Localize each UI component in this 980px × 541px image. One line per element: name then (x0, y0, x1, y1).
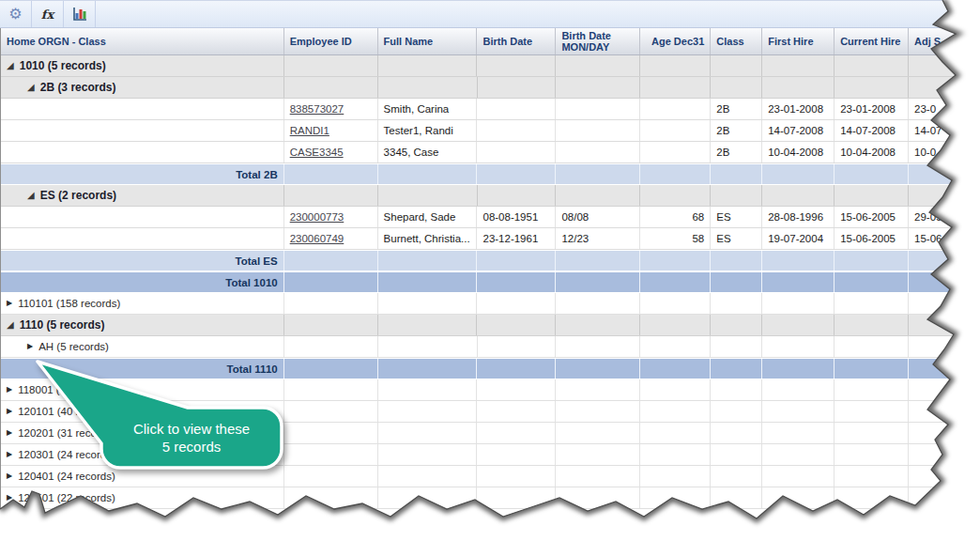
cell: Burnett, Christia... (378, 228, 478, 249)
expand-icon[interactable]: ▶ (7, 300, 12, 307)
cell (556, 185, 640, 206)
cell (284, 315, 378, 335)
cell (284, 55, 378, 76)
group-row-1010-5-records[interactable]: ◢1010 (5 records) (1, 55, 980, 77)
cell: ▶120101 (40 records) (1, 401, 284, 422)
cell: 10-0 (909, 142, 980, 162)
cell (477, 379, 556, 400)
total-row-total-1010: Total 1010 (1, 271, 980, 293)
group-label: 110101 (158 records) (18, 298, 120, 309)
bar-chart-icon (71, 7, 87, 22)
cell (762, 359, 835, 379)
employee-id-link[interactable]: 230000773 (290, 211, 345, 223)
cell (640, 359, 711, 379)
column-header-birth-date-mon-day[interactable]: Birth Date MON/DAY (556, 28, 640, 54)
cell (556, 251, 640, 270)
cell (909, 359, 980, 379)
group-row-110101-158-records[interactable]: ▶110101 (158 records) (1, 293, 980, 315)
expand-icon[interactable]: ▶ (27, 343, 33, 350)
cell (909, 315, 980, 335)
cell (378, 293, 478, 314)
formula-button[interactable]: fx (32, 1, 64, 27)
cell: 12/23 (556, 228, 640, 249)
expand-icon[interactable]: ▶ (7, 429, 12, 437)
cell: 15-06-2005 (835, 207, 909, 227)
cell: CASE3345 (284, 142, 378, 162)
column-header-current-hire[interactable]: Current Hire (835, 28, 909, 54)
group-row-120201-31-records[interactable]: ▶120201 (31 records) (1, 423, 980, 444)
toolbar: ⚙ fx (0, 0, 980, 28)
group-row-2b-3-records[interactable]: ◢2B (3 records) (1, 77, 980, 99)
employee-id-link[interactable]: CASE3345 (290, 147, 344, 158)
column-header-age-dec31[interactable]: Age Dec31 (640, 28, 711, 54)
group-label: 120301 (24 records) (18, 449, 115, 460)
cell: 838573027 (284, 99, 378, 119)
data-row: 838573027Smith, Carina2B23-01-200823-01-… (1, 99, 980, 120)
expand-icon[interactable]: ▶ (7, 451, 12, 458)
expand-icon[interactable]: ▶ (7, 408, 12, 415)
cell (284, 487, 378, 508)
cell (378, 251, 478, 270)
collapse-icon[interactable]: ◢ (27, 83, 35, 92)
total-label: Total ES (1, 251, 284, 270)
cell (556, 444, 640, 465)
expand-icon[interactable]: ▶ (7, 386, 12, 394)
cell (909, 293, 980, 314)
collapse-icon[interactable]: ◢ (7, 61, 14, 70)
collapse-icon[interactable]: ◢ (7, 320, 14, 330)
group-row-ah-5-records[interactable]: ▶AH (5 records) (1, 336, 980, 358)
cell (284, 336, 378, 357)
cell (284, 466, 378, 487)
group-row-120501-22-records[interactable]: ▶120501 (22 records) (1, 487, 980, 509)
cell (909, 379, 980, 400)
expand-icon[interactable]: ▶ (7, 494, 12, 502)
cell: Tester1, Randi (378, 120, 478, 141)
group-row-1110-5-records[interactable]: ◢1110 (5 records) (1, 315, 980, 336)
cell (477, 466, 556, 487)
column-header-adj-s[interactable]: Adj S (909, 28, 980, 54)
group-row-118001-18-records[interactable]: ▶118001 (18 records) (1, 379, 980, 401)
total-label: Total 2B (1, 164, 284, 184)
employee-id-link[interactable]: 230060749 (290, 233, 345, 244)
cell (762, 251, 835, 270)
group-row-es-2-records[interactable]: ◢ES (2 records) (1, 185, 980, 207)
cell (378, 336, 478, 357)
column-header-first-hire[interactable]: First Hire (762, 28, 835, 54)
employee-id-link[interactable]: 838573027 (290, 103, 345, 115)
column-header-employee-id[interactable]: Employee ID (284, 28, 378, 54)
settings-button[interactable]: ⚙ (0, 1, 32, 27)
cell (477, 272, 556, 292)
cell (477, 55, 556, 76)
group-label: 120201 (31 records) (18, 427, 115, 439)
cell (835, 164, 909, 184)
cell (556, 99, 640, 119)
cell: ▶110101 (158 records) (1, 293, 284, 314)
cell (556, 142, 640, 162)
cell: 29-09- (909, 207, 980, 227)
cell (1, 228, 284, 249)
cell (909, 336, 980, 357)
column-header-home-orgn-class[interactable]: Home ORGN - Class (1, 28, 284, 54)
total-row-total-2b: Total 2B (1, 163, 980, 185)
cell: RANDI1 (284, 120, 378, 141)
cell (909, 185, 980, 206)
cell (378, 272, 478, 292)
column-header-birth-date[interactable]: Birth Date (477, 28, 556, 54)
cell (477, 315, 556, 335)
chart-button[interactable] (64, 1, 96, 27)
column-header-full-name[interactable]: Full Name (378, 28, 478, 54)
expand-icon[interactable]: ▶ (7, 472, 12, 480)
collapse-icon[interactable]: ◢ (27, 191, 35, 200)
cell (378, 379, 478, 400)
cell: 68 (640, 207, 711, 227)
employee-id-link[interactable]: RANDI1 (290, 125, 329, 136)
group-row-120101-40-records[interactable]: ▶120101 (40 records) (1, 401, 980, 423)
cell (640, 142, 711, 162)
cell (284, 272, 378, 292)
cell (477, 164, 556, 184)
group-row-120401-24-records[interactable]: ▶120401 (24 records) (1, 466, 980, 487)
column-header-class[interactable]: Class (711, 28, 762, 54)
cell (378, 466, 478, 487)
group-row-120301-24-records[interactable]: ▶120301 (24 records) (1, 444, 980, 466)
cell (711, 359, 762, 379)
